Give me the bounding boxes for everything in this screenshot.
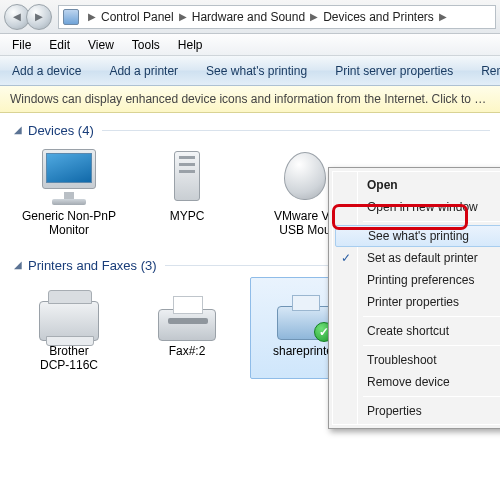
context-menu: Open Open in new window See what's print… [328,167,500,429]
chevron-right-icon: ▶ [179,11,187,22]
device-item-pc[interactable]: MYPC [132,142,242,244]
printer-item-brother[interactable]: Brother DCP-116C [14,277,124,379]
info-bar[interactable]: Windows can display enhanced device icon… [0,86,500,113]
ctx-separator [363,221,500,222]
menu-bar: File Edit View Tools Help [0,34,500,56]
breadcrumb-seg[interactable]: Devices and Printers [323,10,434,24]
menu-view[interactable]: View [80,36,122,54]
group-title: Printers and Faxes (3) [28,258,157,273]
group-header-devices[interactable]: ◢ Devices (4) [14,123,490,138]
item-label: Fax#:2 [135,344,239,358]
ctx-see-whats-printing[interactable]: See what's printing [335,225,500,247]
fax-icon [34,282,104,340]
breadcrumb-seg[interactable]: Hardware and Sound [192,10,305,24]
chevron-right-icon: ▶ [310,11,318,22]
printer-icon [152,282,222,340]
ctx-set-default-printer[interactable]: ✓ Set as default printer [333,247,500,269]
item-label: MYPC [135,209,239,223]
device-item-monitor[interactable]: Generic Non-PnP Monitor [14,142,124,244]
printer-item-fax[interactable]: Fax#:2 [132,277,242,379]
cmd-remove[interactable]: Remov [473,60,500,82]
ctx-troubleshoot[interactable]: Troubleshoot [333,349,500,371]
breadcrumb[interactable]: ▶ Control Panel ▶ Hardware and Sound ▶ D… [58,5,496,29]
ctx-properties[interactable]: Properties [333,400,500,422]
control-panel-icon [63,9,79,25]
ctx-printing-preferences[interactable]: Printing preferences [333,269,500,291]
item-label: Generic Non-PnP Monitor [17,209,121,237]
monitor-icon [34,147,104,205]
address-bar: ◄ ► ▶ Control Panel ▶ Hardware and Sound… [0,0,500,34]
collapse-icon: ◢ [14,259,22,270]
cmd-add-printer[interactable]: Add a printer [101,60,186,82]
group-divider [102,130,490,131]
command-bar: Add a device Add a printer See what's pr… [0,56,500,86]
ctx-remove-device[interactable]: Remove device [333,371,500,393]
chevron-right-icon: ▶ [88,11,96,22]
cmd-add-device[interactable]: Add a device [4,60,89,82]
breadcrumb-seg[interactable]: Control Panel [101,10,174,24]
ctx-separator [363,345,500,346]
ctx-open[interactable]: Open [333,174,500,196]
ctx-open-new-window[interactable]: Open in new window [333,196,500,218]
cmd-see-printing[interactable]: See what's printing [198,60,315,82]
cmd-print-server[interactable]: Print server properties [327,60,461,82]
menu-file[interactable]: File [4,36,39,54]
chevron-right-icon: ▶ [439,11,447,22]
item-label: Brother DCP-116C [17,344,121,372]
check-icon: ✓ [341,251,351,265]
collapse-icon: ◢ [14,124,22,135]
nav-buttons: ◄ ► [4,4,52,30]
ctx-create-shortcut[interactable]: Create shortcut [333,320,500,342]
menu-edit[interactable]: Edit [41,36,78,54]
menu-help[interactable]: Help [170,36,211,54]
menu-tools[interactable]: Tools [124,36,168,54]
pc-icon [152,147,222,205]
ctx-separator [363,316,500,317]
forward-button[interactable]: ► [26,4,52,30]
ctx-printer-properties[interactable]: Printer properties [333,291,500,313]
ctx-separator [363,396,500,397]
group-title: Devices (4) [28,123,94,138]
